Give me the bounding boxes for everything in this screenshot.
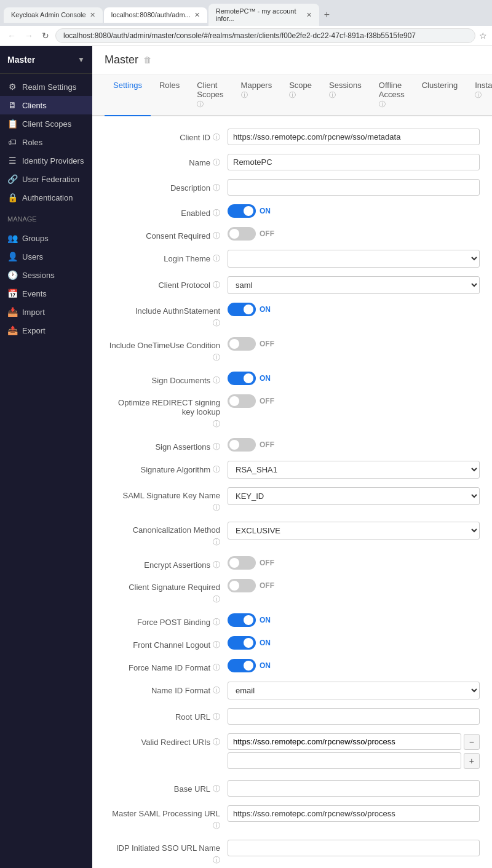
browser-tab-remotepc[interactable]: RemotePC™ - my account infor... ✕ <box>208 4 319 26</box>
force-post-binding-help-icon[interactable]: ⓘ <box>213 617 220 627</box>
tab-clustering[interactable]: Clustering <box>413 74 467 116</box>
tab-offline-access[interactable]: Offline Access ⓘ <box>370 74 413 116</box>
refresh-button[interactable]: ↻ <box>39 30 52 42</box>
sign-documents-help-icon[interactable]: ⓘ <box>213 375 220 386</box>
consent-required-toggle[interactable] <box>228 227 256 241</box>
tab-mappers[interactable]: Mappers ⓘ <box>232 74 281 116</box>
encrypt-assertions-help-icon[interactable]: ⓘ <box>213 560 220 570</box>
name-input[interactable] <box>228 154 480 170</box>
tab-installation[interactable]: Installation ⓘ <box>466 74 492 116</box>
page-header-trash-icon[interactable]: 🗑 <box>143 55 151 65</box>
sidebar-item-import[interactable]: 📥 Import <box>0 303 92 321</box>
sign-documents-label: Sign Documents ⓘ <box>105 372 228 386</box>
signature-algorithm-select[interactable]: RSA_SHA1 RSA_SHA256 RSA_SHA512 <box>228 461 480 479</box>
idp-sso-url-name-help-icon[interactable]: ⓘ <box>213 855 220 866</box>
name-id-format-select[interactable]: email transient persistent unspecified <box>228 682 480 699</box>
sign-documents-toggle[interactable] <box>228 372 256 385</box>
include-authn-help-icon[interactable]: ⓘ <box>213 318 220 328</box>
onetimeuse-toggle[interactable] <box>228 337 256 351</box>
valid-redirect-uri-remove-0[interactable]: − <box>464 734 480 750</box>
sidebar-item-events[interactable]: 📅 Events <box>0 284 92 303</box>
browser-tab-keycloak[interactable]: Keycloak Admin Console ✕ <box>4 7 103 23</box>
sidebar-item-users[interactable]: 👤 Users <box>0 247 92 266</box>
canonicalization-method-select[interactable]: EXCLUSIVE EXCLUSIVE_WITH_COMMENTS INCLUS… <box>228 522 480 540</box>
browser-tab-localhost[interactable]: localhost:8080/auth/adm... ✕ <box>104 7 207 23</box>
tab-close-remotepc[interactable]: ✕ <box>306 11 312 19</box>
base-url-help-icon[interactable]: ⓘ <box>213 784 220 794</box>
sidebar-item-authentication[interactable]: 🔒 Authentication <box>0 188 92 207</box>
tab-settings[interactable]: Settings <box>105 74 151 116</box>
sidebar-item-roles[interactable]: 🏷 Roles <box>0 133 92 151</box>
sessions-icon: 🕐 <box>7 270 17 280</box>
enabled-label: Enabled ⓘ <box>105 204 228 218</box>
sidebar-item-realm-settings[interactable]: ⚙ Realm Settings <box>0 78 92 96</box>
description-help-icon[interactable]: ⓘ <box>213 183 220 193</box>
enabled-toggle[interactable] <box>228 204 256 218</box>
sidebar-item-identity-providers[interactable]: ☰ Identity Providers <box>0 151 92 170</box>
sign-assertions-help-icon[interactable]: ⓘ <box>213 442 220 452</box>
optimize-redirect-help-icon[interactable]: ⓘ <box>213 419 220 429</box>
login-theme-label: Login Theme ⓘ <box>105 250 228 264</box>
new-tab-button[interactable]: + <box>320 9 333 20</box>
sidebar-item-groups[interactable]: 👥 Groups <box>0 229 92 247</box>
valid-redirect-uri-input-0[interactable] <box>228 733 461 750</box>
client-signature-required-help-icon[interactable]: ⓘ <box>213 594 220 605</box>
name-label: Name ⓘ <box>105 154 228 168</box>
bookmark-icon[interactable]: ☆ <box>479 31 487 41</box>
idp-sso-url-name-input[interactable] <box>228 840 480 856</box>
realm-settings-icon: ⚙ <box>7 82 17 92</box>
force-post-binding-toggle[interactable] <box>228 613 256 627</box>
front-channel-logout-help-icon[interactable]: ⓘ <box>213 640 220 650</box>
master-saml-url-help-icon[interactable]: ⓘ <box>213 821 220 831</box>
sidebar-item-client-scopes[interactable]: 📋 Client Scopes <box>0 114 92 133</box>
tab-roles[interactable]: Roles <box>151 74 188 116</box>
onetimeuse-help-icon[interactable]: ⓘ <box>213 352 220 363</box>
root-url-input[interactable] <box>228 708 480 725</box>
client-id-help-icon[interactable]: ⓘ <box>213 132 220 143</box>
sidebar-item-sessions[interactable]: 🕐 Sessions <box>0 266 92 284</box>
include-authn-toggle[interactable] <box>228 303 256 316</box>
force-name-id-format-help-icon[interactable]: ⓘ <box>213 663 220 673</box>
login-theme-help-icon[interactable]: ⓘ <box>213 253 220 264</box>
valid-redirect-uri-input-1[interactable] <box>228 752 461 769</box>
back-button[interactable]: ← <box>5 30 18 42</box>
consent-required-help-icon[interactable]: ⓘ <box>213 231 220 241</box>
tab-close-localhost[interactable]: ✕ <box>194 11 200 19</box>
client-protocol-select[interactable]: saml openid-connect <box>228 276 480 294</box>
signature-algorithm-help-icon[interactable]: ⓘ <box>213 464 220 475</box>
sidebar-item-clients[interactable]: 🖥 Clients <box>0 96 92 114</box>
tab-scope[interactable]: Scope ⓘ <box>280 74 320 116</box>
sidebar-realm-header[interactable]: Master ▼ <box>0 46 92 74</box>
client-id-input[interactable] <box>228 129 480 145</box>
valid-redirect-uris-help-icon[interactable]: ⓘ <box>213 737 220 747</box>
root-url-help-icon[interactable]: ⓘ <box>213 712 220 722</box>
master-saml-url-input[interactable] <box>228 805 480 822</box>
enabled-help-icon[interactable]: ⓘ <box>213 208 220 218</box>
tab-close-keycloak[interactable]: ✕ <box>90 11 95 19</box>
description-input[interactable] <box>228 179 480 196</box>
sign-assertions-toggle[interactable] <box>228 438 256 452</box>
canonicalization-method-help-icon[interactable]: ⓘ <box>213 537 220 547</box>
tab-sessions[interactable]: Sessions ⓘ <box>320 74 370 116</box>
force-name-id-format-toggle[interactable] <box>228 659 256 672</box>
encrypt-assertions-toggle[interactable] <box>228 556 256 570</box>
sidebar-item-user-federation[interactable]: 🔗 User Federation <box>0 170 92 188</box>
client-signature-required-toggle[interactable] <box>228 579 256 592</box>
optimize-redirect-label: Optimize REDIRECT signing key lookup ⓘ <box>105 394 228 429</box>
tab-client-scopes[interactable]: Client Scopes ⓘ <box>188 74 232 116</box>
name-id-format-control: email transient persistent unspecified <box>228 682 480 699</box>
forward-button[interactable]: → <box>22 30 36 42</box>
client-protocol-help-icon[interactable]: ⓘ <box>213 280 220 290</box>
address-bar[interactable] <box>55 28 475 43</box>
front-channel-logout-toggle[interactable] <box>228 636 256 650</box>
saml-signature-key-name-select[interactable]: KEY_ID CERT_SUBJECT NONE <box>228 487 480 505</box>
sidebar-item-export[interactable]: 📤 Export <box>0 321 92 340</box>
login-theme-select[interactable] <box>228 250 480 268</box>
name-help-icon[interactable]: ⓘ <box>213 157 220 168</box>
root-url-row: Root URL ⓘ <box>105 708 480 725</box>
saml-signature-key-name-help-icon[interactable]: ⓘ <box>213 503 220 513</box>
valid-redirect-uri-add[interactable]: + <box>464 753 480 769</box>
name-id-format-help-icon[interactable]: ⓘ <box>213 685 220 696</box>
base-url-input[interactable] <box>228 780 480 797</box>
optimize-redirect-toggle[interactable] <box>228 394 256 408</box>
